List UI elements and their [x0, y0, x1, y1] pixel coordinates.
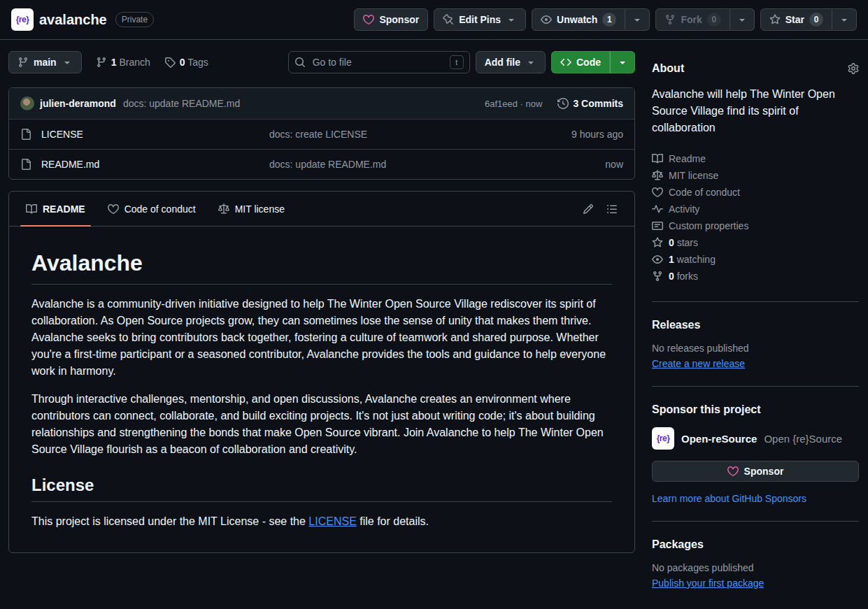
fork-dropdown-button[interactable] — [730, 8, 755, 31]
sidebar-item-label: forks — [677, 271, 698, 282]
chevron-down-icon — [632, 14, 643, 25]
unwatch-button[interactable]: Unwatch 1 — [532, 8, 625, 31]
main-column: main 1 Branch 0 Tags — [8, 48, 635, 606]
org-avatar[interactable]: {re} — [652, 427, 674, 450]
learn-more-sponsors-link[interactable]: Learn more about GitHub Sponsors — [652, 493, 806, 504]
tab-readme[interactable]: README — [15, 192, 97, 226]
add-file-label: Add file — [485, 57, 520, 68]
toolbar-right: t Add file Code — [288, 51, 635, 73]
book-icon — [26, 203, 37, 215]
readme-tab-bar: README Code of conduct MIT license — [9, 192, 634, 227]
branch-count: 1 — [111, 57, 117, 68]
goto-file-search[interactable]: t — [288, 51, 470, 73]
sidebar-item-mit-license[interactable]: MIT license — [652, 167, 859, 184]
sidebar: About Avalanche will help The Winter Ope… — [652, 48, 859, 606]
tags-link[interactable]: 0 Tags — [164, 57, 208, 68]
file-commit-message[interactable]: docs: update README.md — [269, 159, 511, 170]
sidebar-item-label: stars — [677, 237, 698, 248]
sidebar-sponsor-button[interactable]: Sponsor — [652, 461, 859, 482]
file-commit-message[interactable]: docs: create LICENSE — [269, 129, 511, 140]
tab-code-of-conduct[interactable]: Code of conduct — [97, 192, 207, 226]
sidebar-item-readme[interactable]: Readme — [652, 150, 859, 167]
sidebar-item-stars[interactable]: 0 stars — [652, 234, 859, 251]
code-dropdown-button[interactable] — [610, 51, 635, 73]
unwatch-label: Unwatch — [557, 14, 597, 25]
commit-sha-time[interactable]: 6af1eed · now — [485, 99, 542, 109]
file-icon — [20, 159, 31, 170]
law-icon — [218, 203, 229, 215]
goto-file-input[interactable] — [311, 56, 444, 69]
law-icon — [652, 170, 663, 181]
star-icon — [652, 237, 663, 248]
sidebar-item-watching[interactable]: 1 watching — [652, 251, 859, 268]
chevron-down-icon — [525, 57, 536, 68]
org-avatar[interactable]: {re} — [11, 8, 34, 31]
sidebar-item-forks[interactable]: 0 forks — [652, 268, 859, 285]
tab-label: README — [43, 203, 85, 215]
watch-count: 1 — [602, 13, 616, 27]
repo-name[interactable]: avalanche — [39, 12, 107, 28]
file-name: LICENSE — [41, 129, 83, 140]
visibility-badge: Private — [115, 12, 154, 27]
file-name: README.md — [41, 159, 99, 170]
tag-icon — [164, 57, 176, 68]
publish-package-link[interactable]: Publish your first package — [652, 578, 764, 589]
sidebar-item-label: Code of conduct — [669, 187, 740, 198]
star-dropdown-button[interactable] — [832, 8, 857, 31]
file-age: now — [511, 159, 623, 170]
fork-button[interactable]: Fork 0 — [655, 8, 730, 31]
tag-count: 0 — [180, 57, 185, 68]
gear-icon[interactable] — [848, 63, 859, 74]
star-button[interactable]: Star 0 — [760, 8, 832, 31]
code-button-label: Code — [576, 57, 601, 68]
sidebar-item-custom-properties[interactable]: Custom properties — [652, 217, 859, 234]
license-text-before: This project is licensed under the MIT L… — [31, 515, 308, 527]
commits-count: 3 — [573, 98, 578, 109]
pin-icon — [443, 14, 454, 25]
add-file-button[interactable]: Add file — [476, 51, 546, 73]
heart-icon — [727, 466, 739, 477]
sidebar-item-label: MIT license — [669, 170, 718, 181]
commit-author[interactable]: julien-deramond — [40, 98, 116, 109]
readme-paragraph: Avalanche is a community-driven initiati… — [31, 296, 612, 380]
file-icon — [20, 129, 31, 140]
file-browser: julien-deramond docs: update README.md 6… — [8, 87, 635, 180]
code-button[interactable]: Code — [551, 51, 610, 73]
releases-section: Releases No releases published Create a … — [652, 301, 859, 386]
branches-link[interactable]: 1 Branch — [96, 57, 150, 68]
branch-selector[interactable]: main — [8, 51, 82, 73]
list-unordered-icon[interactable] — [606, 203, 618, 215]
pulse-icon — [652, 203, 663, 215]
star-label: Star — [785, 14, 804, 25]
releases-title: Releases — [652, 319, 700, 331]
commit-history-link[interactable]: 3 Commits — [557, 98, 623, 109]
license-file-link[interactable]: LICENSE — [308, 515, 356, 527]
sidebar-item-code-of-conduct[interactable]: Code of conduct — [652, 184, 859, 201]
branch-count-label: Branch — [119, 57, 150, 68]
sponsor-button[interactable]: Sponsor — [354, 8, 428, 31]
about-description: Avalanche will help The Winter Open Sour… — [652, 86, 859, 136]
commit-author-avatar[interactable] — [20, 96, 34, 110]
separator-dot: · — [520, 99, 523, 109]
star-count: 0 — [809, 13, 823, 27]
sidebar-item-activity[interactable]: Activity — [652, 201, 859, 217]
sponsor-org-name[interactable]: Open-reSource — [681, 433, 757, 445]
create-release-link[interactable]: Create a new release — [652, 358, 745, 369]
sidebar-item-label: Readme — [669, 153, 706, 164]
tab-mit-license[interactable]: MIT license — [207, 192, 296, 226]
commit-sha[interactable]: 6af1eed — [485, 99, 518, 109]
tag-count-label: Tags — [187, 57, 208, 68]
git-branch-icon — [96, 57, 107, 68]
file-link[interactable]: LICENSE — [20, 129, 269, 140]
sidebar-item-label: Activity — [669, 203, 699, 215]
code-button-group: Code — [551, 51, 635, 73]
commit-message[interactable]: docs: update README.md — [123, 98, 240, 109]
watch-dropdown-button[interactable] — [625, 8, 650, 31]
pencil-icon[interactable] — [583, 203, 594, 215]
edit-pins-button[interactable]: Edit Pins — [434, 8, 526, 31]
file-link[interactable]: README.md — [20, 159, 269, 170]
note-icon — [652, 220, 663, 231]
fork-label: Fork — [681, 14, 702, 25]
table-row: LICENSE docs: create LICENSE 9 hours ago — [9, 119, 634, 149]
sponsor-button-label: Sponsor — [379, 14, 419, 25]
